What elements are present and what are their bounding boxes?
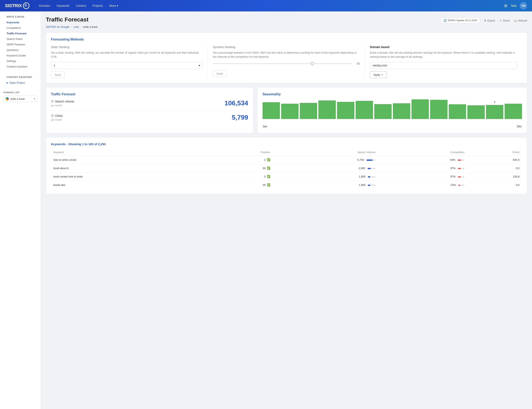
check-icon: ✅ <box>267 183 270 186</box>
static-apply-button[interactable]: Apply <box>51 71 65 78</box>
sidebar-item-keyword-cluster[interactable]: Keyword Cluster <box>3 53 38 58</box>
cell-sv-2: 1,900 <box>273 172 378 181</box>
breadcrumb: SISTRIX for Google › Lists › write a boo… <box>46 25 527 28</box>
avatar[interactable]: TW <box>520 2 527 9</box>
nav-content[interactable]: Content <box>73 2 89 9</box>
search-icon: 🔍 <box>23 2 29 9</box>
page-title: Traffic Forecast <box>46 16 89 23</box>
cell-keyword-3: books tips <box>51 181 207 189</box>
nav-keywords[interactable]: Keywords <box>54 2 72 9</box>
table-row: books tips 36 ✅ 1,900 23% 0.0 <box>51 181 522 189</box>
bar-5[interactable] <box>356 101 373 119</box>
sidebar-section-title: WRITE A BOOK <box>3 16 38 20</box>
comp-bar-fill <box>458 159 461 161</box>
bar-9[interactable] <box>430 100 447 119</box>
manual-button[interactable]: 📖 Manual <box>514 19 527 22</box>
search-volume-value: 106,534 <box>224 99 248 107</box>
sidebar-item-questions[interactable]: Questions <box>3 47 38 53</box>
nav-more[interactable]: More ▾ <box>106 2 121 9</box>
keywords-title: Keywords - Showing 1 to 100 of 2,293 <box>51 142 522 146</box>
sidebar-item-search-intent[interactable]: Search Intent <box>3 36 38 42</box>
bar-10[interactable] <box>449 104 466 119</box>
dynamic-ranking-title: Dynamic Ranking <box>213 45 360 49</box>
bar-7[interactable] <box>393 103 410 119</box>
bar-12[interactable] <box>486 105 503 119</box>
col-position: Position <box>207 149 273 156</box>
cell-sv-3: 1,900 <box>273 181 378 189</box>
comp-bar-empty <box>461 176 465 177</box>
table-header-row: Keyword Position Search Volume Competiti… <box>51 149 522 156</box>
domain-input[interactable] <box>370 62 517 69</box>
keywords-table: Keyword Position Search Volume Competiti… <box>51 149 522 189</box>
bar-2[interactable] <box>300 103 317 119</box>
share-button[interactable]: ↗ Share <box>499 19 510 22</box>
bar-3[interactable] <box>318 100 336 119</box>
traffic-forecast-card: Traffic Forecast ∅ Search volume per mon… <box>46 87 253 133</box>
main-nav: Domains Keywords Content Projects More ▾ <box>36 2 504 9</box>
check-icon: ✅ <box>267 175 270 178</box>
sidebar-item-traffic-forecast[interactable]: Traffic Forecast <box>3 31 38 36</box>
change-list-label: CHANGE LIST <box>3 91 38 94</box>
clicks-label: ∅ Clicks <box>51 114 63 118</box>
bar-6[interactable] <box>374 104 392 119</box>
keywords-table-body: how to write a book 2 ✅ 5,750 43% 925.0 … <box>51 156 522 189</box>
grid-icon[interactable]: ⊞ <box>504 3 507 8</box>
sv-bar-fill <box>368 176 370 177</box>
static-ranking-title: Static Ranking <box>51 45 203 49</box>
domain-based-method: Domain based Enter a domain. We will use… <box>365 45 522 78</box>
traffic-forecast-title: Traffic Forecast <box>51 93 248 96</box>
cell-keyword-2: book review how to write <box>51 172 207 181</box>
bar-13[interactable] <box>504 104 522 119</box>
forecast-section: Traffic Forecast ∅ Search volume per mon… <box>46 87 527 133</box>
sv-bar-fill <box>368 168 371 169</box>
change-list-dropdown[interactable]: write a book ▾ <box>3 96 38 102</box>
bar-4[interactable] <box>337 102 354 119</box>
bar-0[interactable] <box>263 102 280 119</box>
comp-bar-fill <box>458 176 461 177</box>
bar-1[interactable] <box>281 104 299 119</box>
sidebar-item-serp-features[interactable]: SERP Features <box>3 42 38 47</box>
cell-comp-3: 23% <box>378 181 467 189</box>
breadcrumb-lists[interactable]: Lists <box>74 25 79 28</box>
comp-bar-empty <box>462 159 465 161</box>
dynamic-slider[interactable] <box>213 63 352 64</box>
static-ranking-select[interactable]: 1 ▾ <box>51 62 203 69</box>
keywords-card: Keywords - Showing 1 to 100 of 2,293 Key… <box>46 137 527 194</box>
breadcrumb-sistrix[interactable]: SISTRIX for Google <box>46 25 69 28</box>
bar-8[interactable] <box>411 99 429 119</box>
sidebar-item-competitors[interactable]: Competitors <box>3 25 38 31</box>
avg-symbol-clicks: ∅ <box>51 114 54 118</box>
cell-clicks-3: 0.0 <box>467 181 522 189</box>
slider-thumb[interactable] <box>311 62 314 65</box>
content-assistant-title: CONTENT ASSISTANT <box>3 76 38 80</box>
chart-label-jan: Jan <box>263 125 267 128</box>
bar-chart-container: Jan Dec <box>263 99 522 128</box>
main-layout: WRITE A BOOK Keywords Competitors Traffi… <box>0 11 532 409</box>
nav-domains[interactable]: Domains <box>36 2 53 9</box>
domain-apply-button[interactable]: Apply ✓ <box>370 71 387 78</box>
sidebar-item-settings[interactable]: Settings <box>3 58 38 64</box>
clicks-value: 5,799 <box>232 114 248 121</box>
sv-bar-empty <box>371 168 375 169</box>
chevron-down-icon: ▾ <box>117 4 118 7</box>
slider-value: 50 <box>355 62 360 65</box>
forecasting-methods-card: Forecasting Methods Static Ranking Set a… <box>46 33 527 83</box>
chart-label-dec: Dec <box>517 125 522 128</box>
serps-update-badge[interactable]: 🔄 SERPs Update 24.11.2022 <box>441 18 480 23</box>
check-icon: ✅ <box>267 167 270 170</box>
cell-keyword-0: how to write a book <box>51 156 207 164</box>
export-button[interactable]: ⬇ Export <box>484 19 495 22</box>
bar-11[interactable] <box>467 105 485 119</box>
logo[interactable]: SISTRIX 🔍 <box>5 2 29 9</box>
dynamic-apply-button[interactable]: Apply <box>213 70 227 77</box>
nav-projects[interactable]: Projects <box>90 2 106 9</box>
seasonality-title: Seasonality <box>263 93 522 96</box>
check-icon: ✅ <box>267 158 270 161</box>
open-project-link[interactable]: Open Project <box>3 80 38 85</box>
sidebar-item-content-assistant[interactable]: Content Assistant <box>3 64 38 69</box>
table-row: book about it 30 ✅ 2,900 37% 0.0 <box>51 164 522 172</box>
search-volume-row: ∅ Search volume per month 106,534 <box>51 96 248 111</box>
sidebar-item-keywords[interactable]: Keywords <box>3 20 38 25</box>
check-icon: ✓ <box>381 73 383 76</box>
share-icon: ↗ <box>499 19 502 22</box>
